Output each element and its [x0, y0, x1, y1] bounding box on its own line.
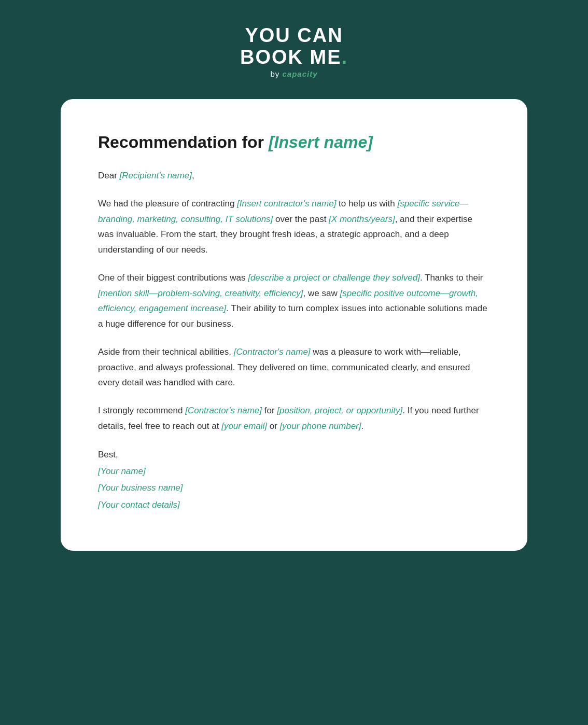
- p4-text5: .: [361, 421, 364, 431]
- p2-text2: . Thanks to their: [420, 273, 483, 283]
- p1-contractor-name: [Insert contractor's name]: [237, 199, 336, 208]
- salutation-dear: Dear: [98, 171, 117, 180]
- logo-text: YOU CAN BOOK ME.: [240, 25, 348, 68]
- title-insert-name: [Insert name]: [269, 133, 373, 151]
- p2-text1: One of their biggest contributions was: [98, 273, 245, 283]
- p4-phone: [your phone number]: [280, 421, 361, 431]
- p2-text3: , we saw: [303, 288, 338, 298]
- paragraph-3: Aside from their technical abilities, [C…: [98, 344, 490, 391]
- p4-email: [your email]: [221, 421, 267, 431]
- logo-by-text: by: [270, 69, 279, 78]
- closing-business-name: [Your business name]: [98, 480, 490, 496]
- p3-contractor-name: [Contractor's name]: [234, 347, 311, 357]
- logo-capacity-text: capacity: [282, 69, 317, 78]
- logo: YOU CAN BOOK ME. by capacity: [240, 25, 348, 78]
- letter-title: Recommendation for [Insert name]: [98, 132, 490, 152]
- letter-card: Recommendation for [Insert name] Dear [R…: [61, 99, 527, 551]
- logo-line1: YOU CAN: [245, 24, 343, 46]
- logo-by-capacity: by capacity: [270, 69, 317, 78]
- closing-contact-details: [Your contact details]: [98, 497, 490, 513]
- header: YOU CAN BOOK ME. by capacity: [0, 0, 588, 99]
- p1-text2: to help us with: [339, 199, 395, 208]
- p4-contractor-name: [Contractor's name]: [185, 406, 262, 415]
- p4-text4: or: [270, 421, 277, 431]
- closing-best: Best,: [98, 447, 490, 463]
- paragraph-4: I strongly recommend [Contractor's name]…: [98, 403, 490, 434]
- p1-text3: over the past: [275, 214, 326, 224]
- paragraph-1: We had the pleasure of contracting [Inse…: [98, 196, 490, 258]
- salutation-recipient: [Recipient's name]: [120, 171, 192, 180]
- p2-project: [describe a project or challenge they so…: [248, 273, 420, 283]
- p1-duration: [X months/years]: [329, 214, 395, 224]
- logo-line2: BOOK ME: [240, 46, 342, 68]
- p4-text1: I strongly recommend: [98, 406, 183, 415]
- p4-text2: for: [264, 406, 275, 415]
- p3-text1: Aside from their technical abilities,: [98, 347, 231, 357]
- salutation-comma: ,: [192, 171, 194, 180]
- title-static-text: Recommendation for: [98, 133, 264, 151]
- salutation: Dear [Recipient's name],: [98, 169, 490, 184]
- closing-your-name: [Your name]: [98, 463, 490, 480]
- p2-skill: [mention skill—problem-solving, creativi…: [98, 288, 303, 298]
- p4-position: [position, project, or opportunity]: [277, 406, 402, 415]
- p1-text1: We had the pleasure of contracting: [98, 199, 234, 208]
- logo-dot: .: [342, 46, 348, 68]
- closing-section: Best, [Your name] [Your business name] […: [98, 447, 490, 513]
- paragraph-2: One of their biggest contributions was […: [98, 270, 490, 332]
